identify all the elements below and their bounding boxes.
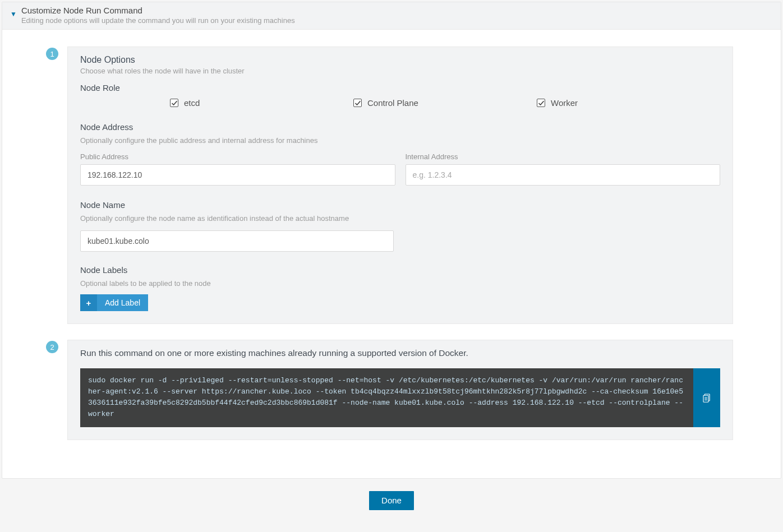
node-address-row: Public Address Internal Address bbox=[80, 152, 720, 186]
checkbox-worker[interactable] bbox=[537, 99, 545, 107]
public-address-input[interactable] bbox=[80, 164, 395, 186]
role-worker-label: Worker bbox=[551, 98, 578, 108]
node-role-heading: Node Role bbox=[80, 83, 720, 92]
role-control-plane[interactable]: Control Plane bbox=[353, 98, 537, 108]
role-worker[interactable]: Worker bbox=[537, 98, 720, 108]
add-label-text: Add Label bbox=[97, 298, 148, 307]
internal-address-label: Internal Address bbox=[406, 152, 721, 161]
role-control-plane-label: Control Plane bbox=[367, 98, 418, 108]
node-labels-sub: Optional labels to be applied to the nod… bbox=[80, 279, 720, 288]
internal-address-input[interactable] bbox=[406, 164, 721, 186]
step-1-content: Node Options Choose what roles the node … bbox=[67, 47, 733, 324]
footer: Done bbox=[2, 479, 781, 515]
node-labels-heading: Node Labels bbox=[80, 265, 720, 275]
card-subtitle: Editing node options will update the com… bbox=[21, 16, 295, 25]
node-options-sub: Choose what roles the node will have in … bbox=[80, 67, 720, 75]
public-address-col: Public Address bbox=[80, 152, 395, 186]
internal-address-col: Internal Address bbox=[406, 152, 721, 186]
step-2-badge: 2 bbox=[46, 341, 58, 353]
checkmark-icon bbox=[538, 100, 545, 107]
step-2: 2 Run this command on one or more existi… bbox=[46, 340, 733, 440]
checkmark-icon bbox=[171, 100, 178, 107]
role-etcd[interactable]: etcd bbox=[170, 98, 353, 108]
command-text[interactable]: sudo docker run -d --privileged --restar… bbox=[80, 368, 693, 427]
node-name-sub: Optionally configure the node name as id… bbox=[80, 214, 720, 223]
caret-down-icon: ▼ bbox=[10, 10, 17, 18]
card-header[interactable]: ▼ Customize Node Run Command Editing nod… bbox=[2, 2, 781, 30]
node-options-title: Node Options bbox=[80, 55, 720, 65]
role-etcd-label: etcd bbox=[184, 98, 200, 108]
copy-button[interactable] bbox=[693, 368, 720, 427]
node-name-input[interactable] bbox=[80, 230, 394, 252]
step-2-content: Run this command on one or more existing… bbox=[67, 340, 733, 440]
card-body: 1 Node Options Choose what roles the nod… bbox=[2, 30, 781, 478]
checkbox-etcd[interactable] bbox=[170, 99, 178, 107]
card-title: Customize Node Run Command bbox=[21, 6, 295, 15]
node-name-wrapper bbox=[80, 230, 394, 252]
plus-icon: + bbox=[80, 294, 97, 311]
node-address-heading: Node Address bbox=[80, 122, 720, 132]
clipboard-icon bbox=[702, 392, 712, 403]
done-button[interactable]: Done bbox=[369, 491, 414, 510]
customize-node-run-card: ▼ Customize Node Run Command Editing nod… bbox=[2, 2, 781, 479]
step-1: 1 Node Options Choose what roles the nod… bbox=[46, 47, 733, 324]
checkbox-control-plane[interactable] bbox=[353, 99, 362, 107]
public-address-label: Public Address bbox=[80, 152, 395, 161]
add-label-button[interactable]: + Add Label bbox=[80, 294, 148, 311]
step-1-badge: 1 bbox=[46, 48, 58, 60]
node-role-row: etcd Control Plane Worker bbox=[80, 98, 720, 108]
node-name-heading: Node Name bbox=[80, 200, 720, 210]
checkmark-icon bbox=[354, 100, 361, 107]
command-box: sudo docker run -d --privileged --restar… bbox=[80, 368, 720, 427]
header-text-block: Customize Node Run Command Editing node … bbox=[21, 6, 295, 25]
step-2-title: Run this command on one or more existing… bbox=[80, 348, 720, 358]
node-address-sub: Optionally configure the public address … bbox=[80, 136, 720, 145]
